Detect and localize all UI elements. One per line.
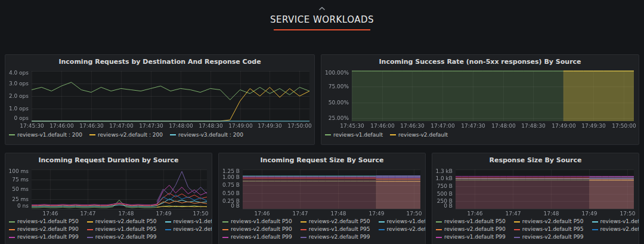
request-duration-chart[interactable] bbox=[5, 166, 212, 217]
legend-item[interactable]: reviews-v2.default P99 bbox=[87, 233, 157, 241]
legend-item[interactable]: reviews-v2.default P50 bbox=[301, 218, 370, 226]
legend-label: reviews-v1.default P95 bbox=[95, 226, 157, 233]
legend-item[interactable]: reviews-v1.default P99 bbox=[222, 233, 292, 241]
legend-swatch-icon bbox=[170, 134, 176, 135]
success-rate-chart[interactable] bbox=[321, 67, 639, 129]
legend-swatch-icon bbox=[9, 221, 15, 223]
legend-label: reviews-v2.default P99 bbox=[95, 233, 157, 241]
legend-swatch-icon bbox=[9, 134, 15, 135]
legend-swatch-icon bbox=[436, 221, 442, 223]
legend-item[interactable]: reviews-v1.default P50 bbox=[222, 218, 292, 226]
legend-item[interactable]: reviews-v2.default P95 bbox=[379, 226, 426, 233]
panel-title[interactable]: Incoming Requests by Destination And Res… bbox=[5, 55, 314, 67]
legend-label: reviews-v1.default P90 bbox=[387, 218, 426, 226]
legend-swatch-icon bbox=[436, 229, 442, 230]
legend-item[interactable]: reviews-v2.default P99 bbox=[514, 233, 584, 241]
legend-item[interactable]: reviews-v2.default P99 bbox=[301, 233, 370, 241]
legend-label: reviews-v2.default P95 bbox=[387, 226, 426, 233]
legend-swatch-icon bbox=[89, 134, 95, 135]
legend: reviews-v1.defaultreviews-v2.default bbox=[321, 129, 639, 141]
panel-title[interactable]: Response Size By Source bbox=[432, 153, 639, 166]
legend: reviews-v1.default P50reviews-v2.default… bbox=[219, 217, 425, 243]
legend-label: reviews-v1.default P50 bbox=[444, 218, 506, 226]
legend-swatch-icon bbox=[87, 221, 93, 223]
legend-swatch-icon bbox=[87, 237, 93, 238]
legend-swatch-icon bbox=[301, 229, 306, 230]
panel-title[interactable]: Incoming Request Size By Source bbox=[219, 153, 425, 166]
legend-item[interactable]: reviews-v2.default P50 bbox=[87, 218, 157, 226]
legend-swatch-icon bbox=[165, 221, 171, 223]
legend-label: reviews-v2.default P90 bbox=[231, 226, 292, 233]
legend-label: reviews-v1.default bbox=[333, 131, 383, 139]
panel-success-rate: Incoming Success Rate (non-5xx responses… bbox=[321, 54, 639, 145]
legend-label: reviews-v1.default P90 bbox=[174, 218, 212, 226]
legend-item[interactable]: reviews-v2.default P90 bbox=[9, 226, 79, 233]
legend-item[interactable]: reviews-v2.default P95 bbox=[165, 226, 212, 233]
legend-item[interactable]: reviews-v1.default : 200 bbox=[9, 131, 82, 139]
legend-item[interactable]: reviews-v2.default P50 bbox=[514, 218, 584, 226]
legend-item[interactable]: reviews-v2.default P90 bbox=[436, 226, 506, 233]
legend-swatch-icon bbox=[301, 237, 306, 238]
legend-swatch-icon bbox=[436, 237, 442, 238]
legend-label: reviews-v2.default P95 bbox=[600, 226, 639, 233]
legend-swatch-icon bbox=[514, 221, 520, 223]
legend-swatch-icon bbox=[9, 229, 15, 230]
legend-label: reviews-v1.default P50 bbox=[231, 218, 292, 226]
legend-label: reviews-v1.default : 200 bbox=[17, 131, 82, 139]
legend-swatch-icon bbox=[379, 221, 385, 223]
legend-item[interactable]: reviews-v1.default P90 bbox=[165, 218, 212, 226]
legend-item[interactable]: reviews-v3.default : 200 bbox=[170, 131, 243, 139]
panel-incoming-requests: Incoming Requests by Destination And Res… bbox=[5, 54, 315, 145]
legend-swatch-icon bbox=[301, 221, 306, 223]
legend-item[interactable]: reviews-v1.default P95 bbox=[514, 226, 584, 233]
title-underline bbox=[274, 29, 370, 30]
legend-swatch-icon bbox=[592, 229, 598, 230]
legend-label: reviews-v1.default P50 bbox=[17, 218, 79, 226]
legend-item[interactable]: reviews-v2.default P90 bbox=[222, 226, 292, 233]
legend-label: reviews-v1.default P90 bbox=[600, 218, 639, 226]
panel-row-bottom: Incoming Request Duration by Source revi… bbox=[0, 153, 644, 244]
legend-item[interactable]: reviews-v1.default P90 bbox=[379, 218, 426, 226]
panel-title[interactable]: Incoming Request Duration by Source bbox=[5, 153, 212, 166]
legend-label: reviews-v3.default : 200 bbox=[178, 131, 243, 139]
panel-request-size: Incoming Request Size By Source reviews-… bbox=[218, 153, 426, 244]
chevron-up-icon bbox=[318, 7, 326, 11]
legend-label: reviews-v2.default P50 bbox=[522, 218, 584, 226]
legend-item[interactable]: reviews-v1.default P99 bbox=[436, 233, 506, 241]
legend-item[interactable]: reviews-v1.default P50 bbox=[436, 218, 506, 226]
legend-label: reviews-v2.default P95 bbox=[174, 226, 212, 233]
legend: reviews-v1.default : 200reviews-v2.defau… bbox=[5, 129, 314, 141]
legend-swatch-icon bbox=[514, 229, 520, 230]
legend-swatch-icon bbox=[222, 229, 228, 230]
response-size-chart[interactable] bbox=[432, 166, 639, 217]
legend-swatch-icon bbox=[222, 237, 228, 238]
legend: reviews-v1.default P50reviews-v2.default… bbox=[5, 217, 212, 243]
legend-swatch-icon bbox=[87, 229, 93, 230]
legend-item[interactable]: reviews-v1.default P99 bbox=[9, 233, 79, 241]
legend-label: reviews-v1.default P99 bbox=[17, 233, 79, 241]
legend-item[interactable]: reviews-v1.default bbox=[325, 131, 383, 139]
incoming-requests-chart[interactable] bbox=[5, 67, 314, 129]
panel-response-size: Response Size By Source reviews-v1.defau… bbox=[432, 153, 639, 244]
panel-request-duration: Incoming Request Duration by Source revi… bbox=[5, 153, 212, 244]
legend-item[interactable]: reviews-v1.default P95 bbox=[301, 226, 370, 233]
legend-swatch-icon bbox=[165, 229, 171, 230]
dashboard-title: SERVICE WORKLOADS bbox=[0, 14, 644, 25]
legend-swatch-icon bbox=[325, 134, 331, 135]
legend-label: reviews-v2.default P90 bbox=[444, 226, 506, 233]
legend: reviews-v1.default P50reviews-v2.default… bbox=[432, 217, 639, 243]
request-size-chart[interactable] bbox=[219, 166, 425, 217]
legend-item[interactable]: reviews-v1.default P90 bbox=[592, 218, 639, 226]
legend-label: reviews-v2.default P50 bbox=[309, 218, 370, 226]
legend-item[interactable]: reviews-v2.default bbox=[390, 131, 448, 139]
legend-label: reviews-v1.default P99 bbox=[444, 233, 506, 241]
legend-label: reviews-v2.default P99 bbox=[522, 233, 584, 241]
legend-item[interactable]: reviews-v1.default P50 bbox=[9, 218, 79, 226]
legend-item[interactable]: reviews-v2.default : 200 bbox=[89, 131, 163, 139]
row-collapse-button[interactable] bbox=[312, 6, 332, 11]
legend-item[interactable]: reviews-v1.default P95 bbox=[87, 226, 157, 233]
legend-item[interactable]: reviews-v2.default P95 bbox=[592, 226, 639, 233]
panel-title[interactable]: Incoming Success Rate (non-5xx responses… bbox=[321, 55, 639, 67]
legend-swatch-icon bbox=[514, 237, 520, 238]
legend-swatch-icon bbox=[379, 229, 385, 230]
